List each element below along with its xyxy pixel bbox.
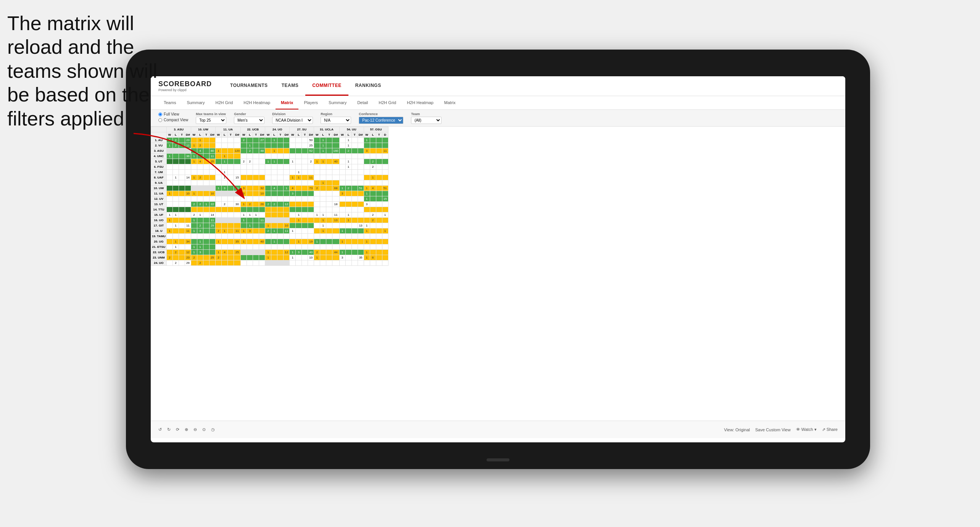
col-header-su: 27. SU [290,127,314,132]
matrix-cell [351,207,358,212]
matrix-cell: 1 [247,223,253,228]
matrix-cell: 11 [209,154,215,159]
matrix-cell [296,154,302,159]
matrix-cell [364,260,370,266]
matrix-cell [265,212,271,218]
matrix-cell [351,228,358,234]
matrix-cell [221,260,227,266]
sub-nav-h2h-heatmap[interactable]: H2H Heatmap [238,96,276,109]
matrix-cell [376,255,382,260]
matrix-cell [284,212,290,218]
conference-label: Conference [359,112,403,116]
save-custom-button[interactable]: Save Custom View [755,427,791,432]
matrix-cell: 12 [284,202,290,207]
region-select[interactable]: N/A East West South Midwest [321,117,351,124]
matrix-cell [179,170,185,175]
matrix-cell [339,180,345,186]
matrix-cell [247,180,253,186]
matrix-cell: 1 [345,218,351,223]
table-row: 7. UM11 [151,170,388,175]
matrix-cell [382,244,388,250]
share-button[interactable]: ⇗ Share [822,427,838,432]
matrix-cell [358,228,364,234]
matrix-cell [302,159,308,164]
timer-button[interactable]: ◷ [211,427,215,432]
sub-nav-players-summary[interactable]: Summary [323,96,352,109]
sub-nav-h2h-grid[interactable]: H2H Grid [210,96,238,109]
sub-nav-h2h-grid2[interactable]: H2H Grid [373,96,401,109]
team-label: Team [411,112,442,116]
matrix-cell [227,196,234,202]
table-row: 3. ASU480112024815211602311 [151,148,388,154]
max-teams-select[interactable]: Top 25 Top 10 Top 50 All [196,117,226,124]
matrix-cell: 10 [308,255,314,260]
nav-teams[interactable]: TEAMS [275,76,306,96]
matrix-cell: 1 [290,255,296,260]
sub-nav-matrix2[interactable]: Matrix [439,96,461,109]
matrix-cell [358,164,364,170]
view-original-button[interactable]: View: Original [724,427,750,432]
matrix-cell: 1 [265,223,271,228]
sub-nav-matrix[interactable]: Matrix [276,96,298,109]
reset-zoom-button[interactable]: ⊙ [202,427,206,432]
sub-nav-players[interactable]: Players [298,96,323,109]
matrix-cell [326,223,332,228]
zoom-in-button[interactable]: ⊕ [185,427,188,432]
matrix-cell: 1 [191,175,197,180]
matrix-cell [358,138,364,143]
matrix-cell [358,191,364,196]
matrix-cell [326,148,332,154]
annotation-text: The matrix will reload and the teams sho… [7,11,171,130]
division-label: Division [272,112,313,116]
matrix-cell [247,250,253,255]
zoom-out-button[interactable]: ⊖ [193,427,197,432]
matrix-cell: 11 [259,218,265,223]
matrix-cell: 44 [332,250,339,255]
matrix-cell [259,228,265,234]
matrix-cell: 3 [247,228,253,234]
matrix-cell [209,260,215,266]
redo-button[interactable]: ↻ [167,427,171,432]
matrix-cell [308,196,314,202]
conference-select[interactable]: Pac-12 Conference (All) ACC Big Ten SEC [359,117,403,124]
matrix-cell [265,186,271,191]
nav-rankings[interactable]: RANKINGS [348,76,388,96]
matrix-cell [284,154,290,159]
matrix-cell [215,212,221,218]
matrix-cell: 35 [358,255,364,260]
matrix-cell [191,138,197,143]
matrix-cell [215,191,221,196]
matrix-cell: 1 [191,143,197,148]
gender-select[interactable]: Men's Women's [234,117,264,124]
sub-nav-h2h-heatmap2[interactable]: H2H Heatmap [401,96,439,109]
matrix-cell [302,143,308,148]
matrix-cell [227,260,234,266]
matrix-cell [265,196,271,202]
matrix-cell [215,218,221,223]
sub-nav-detail[interactable]: Detail [352,96,373,109]
matrix-cell [191,196,197,202]
matrix-cell [326,260,332,266]
matrix-cell [351,175,358,180]
matrix-cell [296,244,302,250]
matrix-cell [179,186,185,191]
row-label: 12. UV [151,196,167,202]
refresh-button[interactable]: ⟳ [176,427,179,432]
filter-bar: Full View Compact View Max teams in view… [151,110,845,127]
nav-committee[interactable]: COMMITTEE [305,76,348,96]
matrix-cell [345,239,351,244]
sub-nav-summary[interactable]: Summary [181,96,210,109]
matrix-cell [320,164,326,170]
undo-button[interactable]: ↺ [158,427,162,432]
matrix-cell: 10 [209,191,215,196]
matrix-cell [339,223,345,228]
division-select[interactable]: NCAA Division I NCAA Division II NCAA Di… [272,117,313,124]
nav-tournaments[interactable]: TOURNAMENTS [223,76,275,96]
matrix-cell [314,170,320,175]
matrix-area[interactable]: 3. ASU 10. UW 11. UA 22. UCB 24. UO 27. … [151,127,845,421]
team-select[interactable]: (All) [411,117,442,124]
watch-button[interactable]: 👁 Watch ▾ [796,427,817,432]
matrix-cell [284,148,290,154]
matrix-cell: 1 [253,212,259,218]
matrix-cell [247,239,253,244]
